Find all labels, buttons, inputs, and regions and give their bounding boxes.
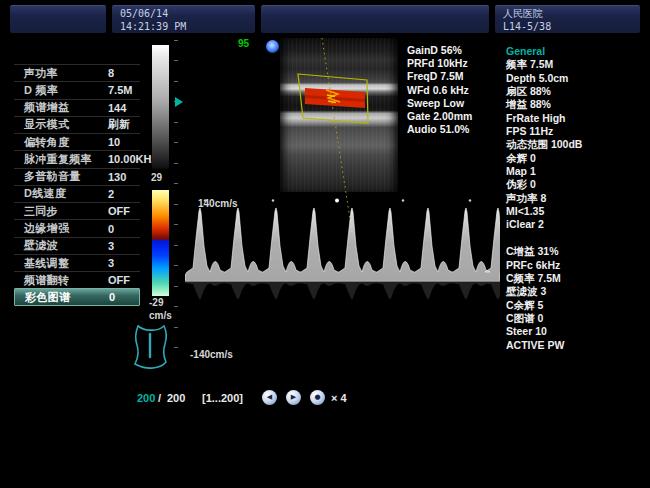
param-label: 声功率 xyxy=(14,66,108,81)
ultrasound-screen: 05/06/14 14:21:39 PM 人民医院 L14-5/38 声功率8 … xyxy=(0,0,650,488)
param-row-acoustic-power[interactable]: 声功率8 xyxy=(14,64,140,81)
probe-id: L14-5/38 xyxy=(503,20,640,33)
color-scale-unit: cm/s xyxy=(149,310,172,321)
param-row-baseline-adjust[interactable]: 基线调整3 xyxy=(14,254,140,271)
param-row-steer-angle[interactable]: 偏转角度10 xyxy=(14,133,140,150)
cine-range: [1...200] xyxy=(202,391,243,406)
rp-chroma: 伪彩 0 xyxy=(506,178,648,191)
pw-prf: PRFd 10kHz xyxy=(407,57,503,70)
rp-mi: MI<1.35 xyxy=(506,205,648,218)
param-row-spectral-gain[interactable]: 频谱增益144 xyxy=(14,99,140,116)
rp-gain: 增益 88% xyxy=(506,98,648,111)
param-value: 3 xyxy=(108,257,114,269)
rp-c-prf: PRFc 6kHz xyxy=(506,259,648,272)
rp-steer: Steer 10 xyxy=(506,325,648,338)
rp-dynamic-range: 动态范围 100dB xyxy=(506,138,648,151)
param-row-display-mode[interactable]: 显示模式刷新 xyxy=(14,116,140,133)
spectral-waveform xyxy=(185,198,500,362)
rp-fps: FPS 11Hz xyxy=(506,125,648,138)
param-value: 130 xyxy=(108,171,126,183)
param-value: 刷新 xyxy=(108,117,130,132)
param-label: 频谱翻转 xyxy=(14,273,108,288)
color-scale-min: -29 xyxy=(149,297,163,308)
param-value: 2 xyxy=(108,188,114,200)
pw-wall-filter: WFd 0.6 kHz xyxy=(407,84,503,97)
hospital-probe-box: 人民医院 L14-5/38 xyxy=(495,5,640,33)
param-row-prf[interactable]: 脉冲重复频率10.00KHz xyxy=(14,150,140,167)
spectral-doppler-area xyxy=(185,198,500,362)
param-row-d-frequency[interactable]: D 频率7.5M xyxy=(14,81,140,98)
stop-button[interactable]: ● xyxy=(310,390,325,405)
grayscale-bar xyxy=(152,45,169,170)
depth-ruler-ticks xyxy=(174,40,178,362)
cine-total-frames: 200 xyxy=(167,391,185,406)
param-row-triplex[interactable]: 三同步OFF xyxy=(14,202,140,219)
param-label: D 频率 xyxy=(14,83,108,98)
rp-blank xyxy=(506,232,648,245)
body-mark-icon[interactable] xyxy=(131,321,171,373)
rp-c-frequency: C频率 7.5M xyxy=(506,272,648,285)
rp-map: Map 1 xyxy=(506,165,648,178)
frame-number: 95 xyxy=(238,38,249,49)
velocity-min-label: -140cm/s xyxy=(190,349,233,360)
param-value: 144 xyxy=(108,102,126,114)
hospital-name: 人民医院 xyxy=(503,7,640,20)
patient-info-box xyxy=(261,5,489,33)
datetime-box: 05/06/14 14:21:39 PM xyxy=(112,5,255,33)
param-value: 7.5M xyxy=(108,84,132,96)
probe-orientation-dot xyxy=(266,40,279,53)
param-label: 彩色图谱 xyxy=(15,290,109,305)
cine-separator: / xyxy=(158,391,161,406)
prev-frame-button[interactable]: ◀ xyxy=(262,390,277,405)
pw-sweep: Sweep Low xyxy=(407,97,503,110)
param-label: 多普勒音量 xyxy=(14,169,108,184)
pw-freq: FreqD 7.5M xyxy=(407,70,503,83)
param-label: D线速度 xyxy=(14,186,108,201)
param-row-wall-filter[interactable]: 壁滤波3 xyxy=(14,237,140,254)
param-label: 三同步 xyxy=(14,204,108,219)
cine-current-frame: 200 xyxy=(137,391,155,406)
param-row-spectrum-invert[interactable]: 频谱翻转OFF xyxy=(14,271,140,288)
param-label: 基线调整 xyxy=(14,256,108,271)
param-label: 显示模式 xyxy=(14,117,108,132)
rp-c-gain: C增益 31% xyxy=(506,245,648,258)
logo-area xyxy=(10,5,106,33)
rp-c-wall-filter: 壁滤波 3 xyxy=(506,285,648,298)
param-label: 边缘增强 xyxy=(14,221,108,236)
param-row-d-line-speed[interactable]: D线速度2 xyxy=(14,185,140,202)
param-label: 壁滤波 xyxy=(14,238,108,253)
focus-marker-icon[interactable] xyxy=(175,97,183,107)
param-value: 0 xyxy=(108,223,114,235)
rp-depth: Depth 5.0cm xyxy=(506,72,648,85)
param-label: 偏转角度 xyxy=(14,135,108,150)
param-row-edge-enhance[interactable]: 边缘增强0 xyxy=(14,219,140,236)
param-row-doppler-volume[interactable]: 多普勒音量130 xyxy=(14,168,140,185)
pw-parameter-overlay: GainD 56% PRFd 10kHz FreqD 7.5M WFd 0.6 … xyxy=(407,44,503,136)
left-parameter-panel: 声功率8 D 频率7.5M 频谱增益144 显示模式刷新 偏转角度10 脉冲重复… xyxy=(14,64,140,306)
param-value: 10 xyxy=(108,136,120,148)
rp-c-persistence: C余辉 5 xyxy=(506,299,648,312)
param-value: OFF xyxy=(108,205,130,217)
rp-frame-rate: FrRate High xyxy=(506,112,648,125)
param-label: 频谱增益 xyxy=(14,100,108,115)
rp-c-map: C图谱 0 xyxy=(506,312,648,325)
play-button[interactable]: ▶ xyxy=(286,390,301,405)
rp-active-mode: ACTIVE PW xyxy=(506,339,648,352)
param-value: 10.00KHz xyxy=(108,153,157,165)
date-text: 05/06/14 xyxy=(120,7,255,20)
cine-speed: × 4 xyxy=(331,391,347,406)
pw-gate: Gate 2.00mm xyxy=(407,110,503,123)
param-value: 3 xyxy=(108,240,114,252)
color-scale-max: 29 xyxy=(151,172,162,183)
velocity-max-label: 140cm/s xyxy=(198,198,237,209)
rp-sector: 扇区 88% xyxy=(506,85,648,98)
rp-acoustic-power: 声功率 8 xyxy=(506,192,648,205)
param-value: 8 xyxy=(108,67,114,79)
pw-gain: GainD 56% xyxy=(407,44,503,57)
rp-frequency: 频率 7.5M xyxy=(506,58,648,71)
param-row-color-map-selected[interactable]: 彩色图谱0 xyxy=(14,288,140,305)
rp-persistence: 余辉 0 xyxy=(506,152,648,165)
param-value: OFF xyxy=(108,274,130,286)
color-doppler-bar xyxy=(152,190,169,296)
pw-audio: Audio 51.0% xyxy=(407,123,503,136)
